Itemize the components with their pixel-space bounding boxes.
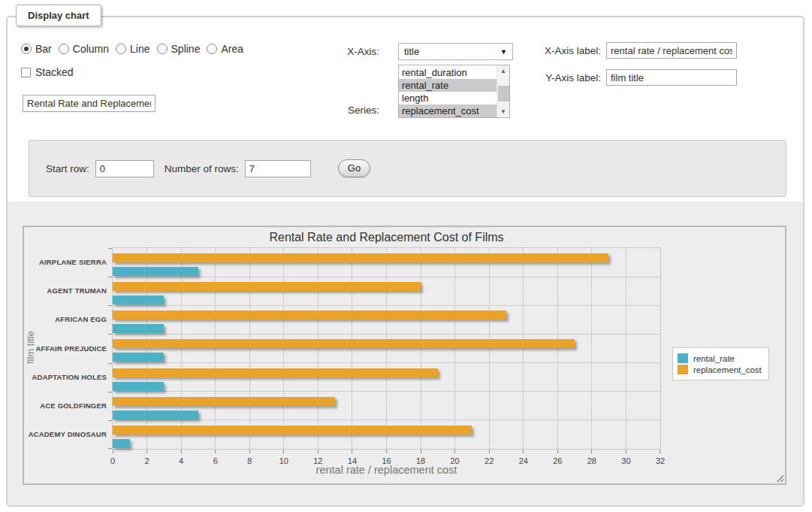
chart-type-radio-label: Column bbox=[73, 43, 109, 55]
x-tick-mark bbox=[523, 450, 524, 453]
series-option[interactable]: rental_duration bbox=[399, 66, 497, 79]
gridline bbox=[113, 277, 660, 277]
chart-type-radio-spline[interactable] bbox=[157, 44, 168, 54]
chart-type-radio-column[interactable] bbox=[59, 44, 69, 54]
x-axis-title: rental rate / replacement cost bbox=[112, 464, 661, 476]
stacked-checkbox[interactable] bbox=[21, 68, 31, 77]
go-button[interactable]: Go bbox=[338, 159, 370, 177]
x-axis-select-label: X-Axis: bbox=[315, 46, 379, 57]
series-options: rental_durationrental_ratelengthreplacem… bbox=[399, 65, 497, 117]
x-tick-mark bbox=[283, 450, 284, 453]
chart-type-radio-label: Line bbox=[130, 43, 149, 55]
x-tick-mark bbox=[454, 450, 455, 453]
bar-rental_rate bbox=[113, 267, 198, 276]
bar-rental_rate bbox=[113, 295, 164, 304]
x-tick-mark bbox=[318, 450, 318, 453]
y-category-label: ADAPTATION HOLES bbox=[27, 373, 107, 382]
y-axis-title: film title bbox=[25, 295, 35, 400]
stacked-row: Stacked bbox=[21, 66, 74, 78]
start-row-label: Start row: bbox=[46, 163, 89, 174]
bar-rental_rate bbox=[113, 353, 164, 362]
bar-rental_rate bbox=[113, 439, 130, 448]
x-axis-select[interactable]: title ▼ bbox=[398, 43, 513, 60]
plot-area: 02468101214161820222426283032AIRPLANE SI… bbox=[112, 247, 661, 450]
legend-swatch-rental_rate bbox=[678, 353, 688, 363]
x-tick-mark bbox=[557, 450, 558, 453]
gridline bbox=[386, 248, 387, 449]
chart-type-option-column: Column bbox=[59, 43, 109, 55]
gridline bbox=[626, 248, 626, 449]
bar-rental_rate bbox=[113, 382, 164, 391]
y-tick-mark bbox=[108, 392, 112, 392]
y-axis-label-field-label: Y-Axis label: bbox=[522, 72, 601, 83]
number-of-rows-input[interactable] bbox=[245, 160, 311, 177]
series-option[interactable]: length bbox=[399, 92, 497, 105]
gridline bbox=[249, 248, 250, 449]
x-axis-label-input[interactable] bbox=[606, 42, 737, 59]
scroll-down-icon[interactable]: ▼ bbox=[497, 106, 509, 117]
gridline bbox=[454, 248, 455, 449]
x-tick-mark bbox=[146, 450, 147, 453]
gridline bbox=[113, 334, 660, 335]
chart-title: Rental Rate and Replacement Cost of Film… bbox=[112, 231, 661, 244]
num-rows-label: Number of rows: bbox=[165, 163, 239, 174]
bar-replacement_cost bbox=[113, 426, 472, 435]
row-controls-panel: Start row: Number of rows: Go bbox=[29, 140, 786, 197]
chart-container: Rental Rate and Replacement Cost of Film… bbox=[23, 226, 786, 485]
y-category-label: ACADEMY DINOSAUR bbox=[27, 430, 107, 439]
series-option[interactable]: rental_rate bbox=[399, 79, 497, 92]
gridline bbox=[421, 248, 421, 449]
scroll-up-icon[interactable]: ▲ bbox=[497, 65, 509, 77]
y-category-label: AIRPLANE SIERRA bbox=[27, 258, 107, 267]
page: Display chart BarColumnLineSplineArea St… bbox=[0, 0, 812, 512]
gridline bbox=[113, 420, 660, 420]
chart-title-input[interactable] bbox=[23, 95, 155, 112]
resize-handle-icon[interactable] bbox=[774, 473, 783, 482]
x-tick-mark bbox=[113, 450, 113, 453]
y-tick-mark bbox=[108, 277, 112, 277]
dropdown-arrow-icon: ▼ bbox=[500, 48, 507, 56]
series-option[interactable]: replacement_cost bbox=[399, 105, 497, 117]
x-tick-mark bbox=[386, 450, 387, 453]
chart-type-radio-area[interactable] bbox=[207, 44, 217, 54]
start-row-input[interactable] bbox=[95, 160, 154, 177]
bar-replacement_cost bbox=[113, 339, 575, 348]
chart-type-radio-label: Spline bbox=[171, 43, 201, 55]
x-axis-label-field-label: X-Axis label: bbox=[522, 45, 601, 56]
bar-rental_rate bbox=[113, 411, 198, 420]
gridline bbox=[113, 391, 660, 392]
series-multiselect[interactable]: rental_durationrental_ratelengthreplacem… bbox=[398, 65, 510, 118]
chart-type-radio-bar[interactable] bbox=[21, 44, 32, 54]
stacked-label: Stacked bbox=[35, 66, 74, 78]
gridline bbox=[591, 248, 592, 449]
chart-type-option-area: Area bbox=[207, 43, 243, 55]
y-category-label: AFRICAN EGG bbox=[27, 315, 107, 324]
y-tick-mark bbox=[108, 334, 112, 335]
gridline bbox=[113, 305, 660, 306]
gridline bbox=[215, 248, 216, 449]
scrollbar-thumb[interactable] bbox=[498, 86, 509, 101]
legend-entry: rental_rate bbox=[678, 353, 762, 363]
x-tick-mark bbox=[249, 450, 250, 453]
y-tick-mark bbox=[108, 448, 112, 449]
y-category-label: AFFAIR PREJUDICE bbox=[27, 344, 107, 353]
legend-swatch-replacement_cost bbox=[678, 365, 688, 374]
chart-type-radio-label: Area bbox=[221, 43, 243, 55]
y-tick-mark bbox=[108, 305, 112, 306]
legend-label: replacement_cost bbox=[693, 365, 762, 374]
x-tick-mark bbox=[352, 450, 352, 453]
chart-type-radio-label: Bar bbox=[35, 43, 52, 55]
gridline bbox=[523, 248, 524, 449]
y-tick-mark bbox=[108, 420, 112, 421]
gridline bbox=[352, 248, 352, 449]
gridline bbox=[489, 248, 490, 449]
chart-type-option-bar: Bar bbox=[21, 43, 52, 55]
bar-rental_rate bbox=[113, 324, 164, 333]
bar-replacement_cost bbox=[113, 368, 438, 377]
x-axis-selected-value: title bbox=[404, 46, 419, 57]
gridline bbox=[113, 362, 660, 363]
y-tick-mark bbox=[108, 363, 112, 364]
series-scrollbar[interactable]: ▲ ▼ bbox=[497, 65, 509, 117]
y-axis-label-input[interactable] bbox=[606, 69, 737, 86]
chart-type-radio-line[interactable] bbox=[116, 44, 126, 54]
